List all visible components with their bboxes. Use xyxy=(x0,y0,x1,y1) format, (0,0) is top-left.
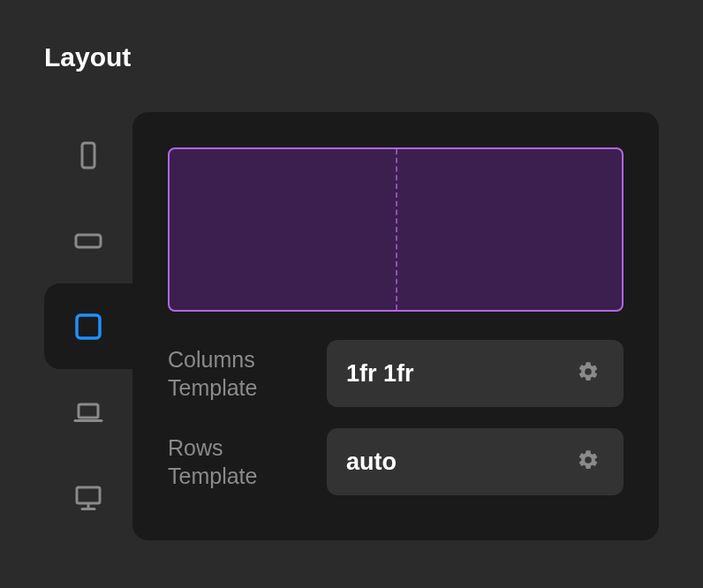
rows-template-label: Rows Template xyxy=(168,433,309,491)
layout-panel: Columns Template 1fr 1fr Rows Template a… xyxy=(132,112,659,540)
svg-rect-2 xyxy=(77,315,100,338)
columns-template-input[interactable]: 1fr 1fr xyxy=(327,340,624,407)
laptop-icon xyxy=(72,396,104,428)
gear-icon xyxy=(577,360,600,387)
rows-template-row: Rows Template auto xyxy=(168,428,624,495)
device-phone-landscape[interactable] xyxy=(44,198,132,283)
device-tablet[interactable] xyxy=(44,283,132,369)
columns-template-settings-button[interactable] xyxy=(572,358,604,389)
phone-landscape-icon xyxy=(72,225,104,257)
gear-icon xyxy=(577,449,600,475)
grid-preview-column-divider xyxy=(396,149,397,310)
svg-rect-0 xyxy=(82,143,94,168)
columns-template-value: 1fr 1fr xyxy=(346,360,572,388)
tablet-icon xyxy=(72,311,104,343)
rows-template-input[interactable]: auto xyxy=(327,428,624,495)
phone-portrait-icon xyxy=(72,139,104,171)
grid-preview[interactable] xyxy=(168,147,624,312)
rows-template-value: auto xyxy=(346,449,572,476)
device-breakpoint-strip xyxy=(44,112,132,540)
device-phone-portrait[interactable] xyxy=(44,112,132,198)
desktop-icon xyxy=(72,482,104,514)
svg-rect-3 xyxy=(79,404,98,418)
columns-template-label: Columns Template xyxy=(168,345,309,403)
rows-template-settings-button[interactable] xyxy=(572,446,604,478)
device-desktop[interactable] xyxy=(44,455,132,540)
svg-rect-1 xyxy=(76,235,101,247)
device-laptop[interactable] xyxy=(44,369,132,455)
columns-template-row: Columns Template 1fr 1fr xyxy=(168,340,624,407)
section-title: Layout xyxy=(44,42,131,72)
svg-rect-5 xyxy=(77,487,100,503)
